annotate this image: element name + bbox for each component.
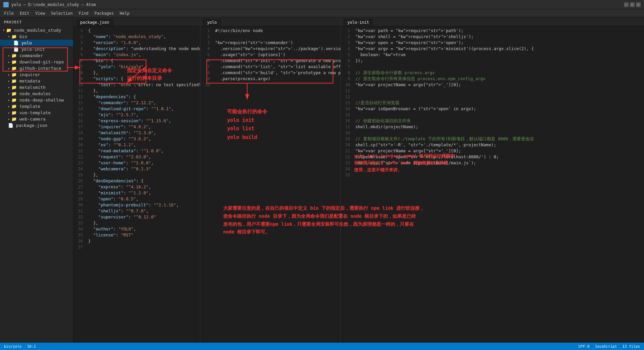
tree-item-node_modules_study[interactable]: ▾ 📁node_modules_study [0,27,73,33]
line-content: .parse(process.argv) [214,76,271,82]
line-number: 31 [73,208,87,214]
line-number: 3 [73,40,87,46]
code-line: 8 }, [73,70,200,76]
code-area-package-json[interactable]: 1{2 "name": "node_modules_study",3 "vers… [73,26,200,350]
code-area-yolo-init[interactable]: 1"kw">var path = "kw">require("str">'pat… [341,26,644,350]
tree-item-vue-template[interactable]: ▸ 📁vue-template [0,110,73,116]
line-number: 17 [73,124,87,130]
tree-item-label: node_modules_study [14,28,61,33]
code-line: 36} [73,238,200,244]
code-line: 11 [341,88,644,94]
line-content: "kw">var argv = "kw">require("str">'mini… [354,46,534,52]
code-line: 4 .version("kw">require("str">'../packag… [200,46,340,52]
line-number: 3 [200,40,214,46]
window-controls[interactable]: — □ ✕ [624,2,641,7]
tree-item-metadata[interactable]: ▸ 📁metadata [0,78,73,84]
line-content: "kw">var projectName = argv["str">'_'][0… [354,82,461,88]
tree-item-commander[interactable]: ▸ 📁commander [0,52,73,59]
tree-item-label: commander [19,53,43,58]
tree-item-yolo-init[interactable]: 📄yolo-init [0,46,73,52]
close-button[interactable]: ✕ [636,2,641,7]
code-line: 12 [341,94,644,100]
menu-edit[interactable]: Edit [17,10,32,16]
line-content: boolean: "kw">true [354,52,406,58]
chevron-icon: ▸ [8,73,10,76]
code-line: 21 "read-metadata": "^1.0.0", [73,148,200,154]
line-content [354,166,355,172]
folder-icon: 📁 [11,53,17,58]
tab-package-json[interactable]: package.json [76,19,113,26]
line-content: "author": "YOLO", [87,226,136,232]
line-content: "version": "1.0.0", [87,40,141,46]
line-number: 15 [341,112,354,118]
menu-file[interactable]: File [1,10,16,16]
code-line: 20shell.cp("str">'-R', "str">'./template… [341,142,644,148]
code-line: 24 [341,166,644,172]
line-number: 8 [200,70,214,76]
line-content: shell.mkdir(projectName); [354,124,418,130]
chevron-icon: ▸ [8,66,10,70]
tree-item-node_modules[interactable]: ▸ 📁node_modules [0,91,73,97]
tree-item-metalsmith[interactable]: ▸ 📁metalsmith [0,84,73,91]
menu-bar: File Edit View Selection Find Packages H… [0,9,644,17]
chevron-icon: ▸ [8,54,10,57]
menu-help[interactable]: Help [117,10,132,16]
code-line: 3"kw">var open = "kw">require("str">'ope… [341,40,644,46]
code-line: 16// 创建初始化项目的文件夹 [341,118,644,124]
line-number: 27 [73,184,87,190]
line-content: "kw">var path = "kw">require("str">'path… [354,28,464,34]
line-content: "commander": "^2.12.2", [87,100,156,106]
title-bar-left: yolo — D:\node_modules_study — Atom [3,2,96,7]
tree-item-download-git-repo[interactable]: ▸ 📁download-git-repo [0,59,73,65]
line-number: 15 [73,112,87,118]
code-line: 4"kw">var argv = "kw">require("str">'min… [341,46,644,52]
line-number: 12 [341,94,354,100]
line-number: 18 [341,130,354,136]
code-line: 3 "version": "1.0.0", [73,40,200,46]
line-number: 7 [341,64,354,70]
minimize-button[interactable]: — [624,2,629,7]
file-icon: 📄 [8,123,13,128]
folder-icon: 📁 [11,117,17,122]
code-line: 32 "supervisor": "^0.12.0" [73,214,200,220]
status-position: 10:1 [27,344,36,349]
tree-item-label: node-deep-shallow [19,98,64,103]
window-title: yolo — D:\node_modules_study — Atom [11,2,96,7]
editor-pane-yolo-init: yolo-init 1"kw">var path = "kw">require(… [341,17,644,350]
tree-item-node-deep-shallow[interactable]: ▸ 📁node-deep-shallow [0,97,73,103]
title-bar: yolo — D:\node_modules_study — Atom — □ … [0,0,644,9]
menu-find[interactable]: Find [76,10,91,16]
tree-item-label: yolo-init [21,47,45,52]
line-content: "kw">var isOpenBroswer = ("str">'open' i… [354,106,476,112]
tree-item-web-camera[interactable]: ▸ 📁web-camera [0,116,73,122]
code-line: 8// 原生获取命令行参数 process.argv [341,70,644,76]
line-content: }, [87,88,98,94]
code-line: 18 "metalsmith": "^2.3.0", [73,130,200,136]
code-line: 11 }, [73,88,200,94]
tab-yolo[interactable]: yolo [203,19,221,26]
line-content [354,94,355,100]
tree-item-inquirer[interactable]: ▸ 📁inquirer [0,71,73,78]
file-tree[interactable]: ▾ 📁node_modules_study▾ 📁bin📄yolo📄yolo-in… [0,27,73,350]
menu-packages[interactable]: Packages [92,10,117,16]
tree-item-github-interface[interactable]: ▸ 📁github-interface [0,65,73,71]
tree-item-label: metadata [19,78,40,83]
line-content: #!/usr/bin/env node [214,28,263,34]
menu-view[interactable]: View [33,10,48,16]
line-content: "inquirer": "^4.0.2", [87,124,151,130]
code-line: 25 [341,172,644,178]
tab-yolo-init[interactable]: yolo-init [343,19,373,26]
tree-item-template[interactable]: ▸ 📁template [0,103,73,110]
tree-item-package.json[interactable]: 📄package.json [0,122,73,129]
code-line: 37 [73,244,200,250]
code-area-yolo[interactable]: 1#!/usr/bin/env node23"kw">require("str"… [200,26,340,350]
file-icon: 📄 [13,40,19,45]
line-number: 23 [341,160,354,166]
maximize-button[interactable]: □ [630,2,635,7]
line-number: 1 [341,28,354,34]
menu-selection[interactable]: Selection [48,10,75,16]
line-number: 9 [73,76,87,82]
tree-item-bin[interactable]: ▾ 📁bin [0,33,73,40]
line-number: 9 [200,76,214,82]
tree-item-yolo[interactable]: 📄yolo [0,40,73,46]
